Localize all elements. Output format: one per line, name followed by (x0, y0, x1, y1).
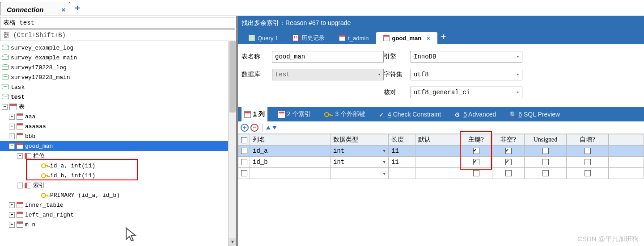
expand-icon[interactable]: + (9, 222, 15, 228)
engine-select[interactable]: InnoDB▾ (411, 51, 522, 63)
row-checkbox[interactable] (241, 148, 247, 154)
header-name[interactable]: 列名 (250, 134, 330, 146)
close-icon[interactable]: × (62, 6, 66, 13)
section-tab-fk[interactable]: 3 个外部键 (322, 107, 368, 121)
nn-checkbox[interactable] (505, 159, 512, 165)
section-tab-sqlpreview[interactable]: 6 SQL Preview (507, 107, 563, 121)
db-item[interactable]: survey_example_log (0, 43, 236, 53)
table-item[interactable]: +aaaaaa (0, 121, 236, 131)
tables-folder[interactable]: −表 (0, 102, 236, 112)
cell-len[interactable]: 11 (389, 146, 415, 157)
move-down-button[interactable] (272, 126, 277, 129)
pk-checkbox[interactable] (473, 148, 479, 154)
pk-checkbox[interactable] (473, 159, 479, 165)
section-tab-indexes[interactable]: 2 个索引 (275, 107, 314, 121)
table-item[interactable]: +aaa (0, 112, 236, 121)
cell-name[interactable]: id_b (250, 157, 330, 168)
cell-type[interactable]: int▼ (330, 157, 389, 168)
chevron-down-icon[interactable]: ▼ (383, 172, 386, 176)
indexes-folder[interactable]: −索引 (0, 180, 236, 190)
cell-name[interactable]: id_a (250, 146, 330, 157)
database-select: test▾ (272, 69, 384, 80)
expand-icon[interactable]: + (9, 114, 15, 120)
table-item[interactable]: +left_and_right (0, 210, 236, 220)
header-nn[interactable]: 非空? (492, 134, 525, 146)
expand-icon[interactable]: + (9, 202, 15, 208)
nn-checkbox[interactable] (505, 148, 512, 154)
unsigned-checkbox[interactable] (542, 148, 549, 154)
scroll-down-icon[interactable]: ▼ (229, 238, 236, 246)
cell-default[interactable] (415, 146, 460, 157)
connection-tab[interactable]: Connection × (0, 2, 70, 15)
tree-view[interactable]: survey_example_log survey_example_main s… (0, 41, 236, 246)
db-item[interactable]: survey170228_log (0, 63, 236, 72)
cell-type[interactable]: int▼ (330, 146, 389, 157)
row-checkbox[interactable] (241, 170, 247, 176)
autoinc-checkbox[interactable] (585, 170, 591, 176)
collation-select[interactable]: utf8_general_ci▾ (411, 87, 522, 98)
columns-folder[interactable]: −栏位 (0, 151, 236, 161)
tab-history[interactable]: 历史记录 (285, 32, 332, 44)
section-tab-check[interactable]: 4 Check Constraint (376, 107, 444, 121)
header-unsigned[interactable]: Unsigned (525, 134, 567, 146)
db-item[interactable]: test (0, 92, 236, 102)
upgrade-banner[interactable]: 找出多余索引：Reason #67 to upgrade (238, 16, 644, 30)
charset-select[interactable]: utf8▾ (411, 69, 522, 80)
tab-tadmin[interactable]: t_admin (332, 32, 376, 44)
db-item[interactable]: task (0, 82, 236, 92)
index-item[interactable]: PRIMARY (id_a, id_b) (0, 190, 236, 200)
header-type[interactable]: 数据类型 (330, 134, 389, 146)
add-tab-button[interactable]: + (441, 32, 446, 44)
header-autoinc[interactable]: 自增? (567, 134, 609, 146)
close-icon[interactable]: × (427, 35, 430, 42)
db-item[interactable]: survey170228_main (0, 72, 236, 82)
chevron-down-icon[interactable]: ▼ (383, 160, 386, 165)
unsigned-checkbox[interactable] (542, 170, 549, 176)
pk-checkbox[interactable] (473, 170, 479, 176)
section-tab-columns[interactable]: 1 列 (242, 107, 267, 121)
autoinc-checkbox[interactable] (585, 159, 591, 165)
expand-icon[interactable]: + (9, 124, 15, 129)
table-item[interactable]: +bbb (0, 131, 236, 141)
cell-len[interactable]: 11 (389, 157, 415, 168)
columns-grid[interactable]: 列名 数据类型 长度 默认 主键? 非空? Unsigned 自增? id_a … (238, 134, 644, 179)
table-row[interactable]: id_a int▼ 11 (238, 146, 644, 157)
table-row[interactable]: id_b int▼ 11 (238, 157, 644, 168)
collapse-icon[interactable]: − (9, 143, 15, 149)
collapse-icon[interactable]: − (2, 104, 8, 110)
table-row-empty[interactable]: ▼ (238, 168, 644, 179)
column-item[interactable]: id_a, int(11) (0, 161, 236, 171)
expand-icon[interactable]: + (9, 212, 15, 218)
table-filter-input[interactable]: 表格 test (0, 17, 235, 29)
scrollbar[interactable]: ▼ (228, 41, 236, 246)
table-icon (339, 35, 345, 41)
header-checkbox[interactable] (238, 134, 250, 146)
move-up-button[interactable] (266, 126, 271, 129)
autoinc-checkbox[interactable] (585, 148, 591, 154)
chevron-down-icon[interactable]: ▼ (383, 149, 386, 154)
row-checkbox[interactable] (241, 159, 247, 165)
remove-column-button[interactable]: − (250, 124, 258, 132)
section-tab-advanced[interactable]: 5 Advanced (452, 107, 499, 121)
add-column-button[interactable]: + (241, 124, 249, 132)
collapse-icon[interactable]: − (17, 183, 23, 188)
db-item[interactable]: survey_example_main (0, 53, 236, 63)
header-len[interactable]: 长度 (389, 134, 415, 146)
column-item[interactable]: id_b, int(11) (0, 171, 236, 180)
table-item-selected[interactable]: −good_man (0, 141, 236, 151)
table-item[interactable]: +m_n (0, 220, 236, 229)
nn-checkbox[interactable] (505, 170, 512, 176)
header-pk[interactable]: 主键? (460, 134, 492, 146)
collapse-icon[interactable]: − (17, 153, 23, 159)
expand-icon[interactable]: + (9, 133, 15, 139)
tab-goodman[interactable]: good_man× (376, 32, 437, 44)
scrollbar-thumb[interactable] (229, 41, 236, 113)
header-default[interactable]: 默认 (415, 134, 460, 146)
add-connection-button[interactable]: + (75, 2, 80, 14)
cell-default[interactable] (415, 157, 460, 168)
table-name-input[interactable] (272, 51, 384, 63)
filter-shortcut-input[interactable]: 器 (Ctrl+Shift+B) (0, 29, 235, 41)
unsigned-checkbox[interactable] (542, 159, 549, 165)
table-item[interactable]: +inner_table (0, 200, 236, 210)
tab-query1[interactable]: Query 1 (242, 32, 285, 44)
